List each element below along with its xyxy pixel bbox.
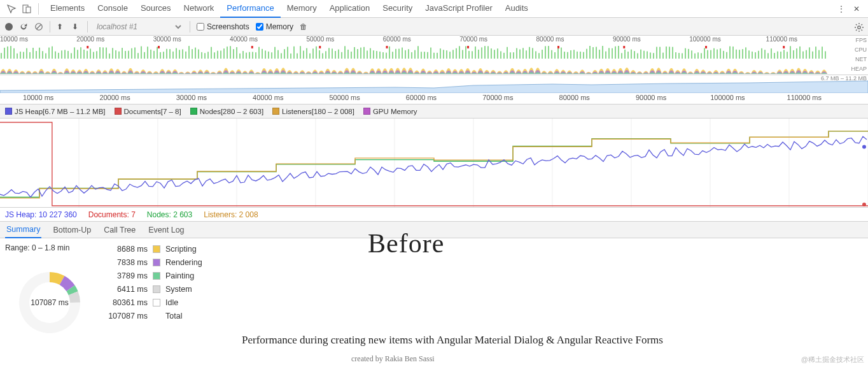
svg-rect-265 [87,46,88,48]
svg-point-4 [858,25,860,28]
performance-toolbar: ⬆ ⬇ localhost #1 Screenshots Memory 🗑 [0,18,868,36]
stat-jsheap: JS Heap: 10 227 360 [5,210,77,219]
tab-audits[interactable]: Audits [499,0,535,18]
svg-rect-267 [251,46,253,48]
reload-icon[interactable] [19,22,28,31]
svg-point-287 [862,203,866,206]
svg-line-3 [37,24,41,29]
breakdown-painting: 3789 msPainting [107,271,202,280]
overview-side-labels: FPS CPU NET HEAP [843,36,868,75]
svg-point-286 [862,145,866,149]
summary-range: Range: 0 – 1.8 min [5,243,94,252]
details-tab-call-tree[interactable]: Call Tree [102,222,137,238]
save-profile-icon[interactable]: ⬇ [72,22,81,31]
svg-rect-273 [705,46,707,48]
summary-donut: 107087 ms [5,256,94,338]
garbage-collect-icon[interactable]: 🗑 [300,22,309,31]
clear-icon[interactable] [34,22,43,31]
tab-javascript-profiler[interactable]: JavaScript Profiler [419,0,498,18]
screenshots-toggle[interactable]: Screenshots [197,22,249,31]
fps-strip [0,45,827,59]
memory-toggle[interactable]: Memory [256,22,293,31]
details-tab-summary[interactable]: Summary [5,222,41,238]
memory-legend: JS Heap[6.7 MB – 11.2 MB] Documents[7 – … [0,104,868,119]
svg-rect-271 [557,46,559,48]
details-tab-event-log[interactable]: Event Log [147,222,185,238]
heap-overview[interactable]: 10000 ms20000 ms30000 ms40000 ms50000 ms… [0,75,868,104]
profile-select[interactable]: localhost #1 [94,22,183,32]
load-profile-icon[interactable]: ⬆ [57,22,66,31]
heap-area [0,75,868,93]
annotation-before: Before [368,228,444,259]
tab-console[interactable]: Console [91,0,134,18]
svg-rect-268 [319,46,321,48]
svg-text:107087 ms: 107087 ms [31,298,68,307]
device-toggle-icon[interactable] [20,3,33,15]
heap-range-label: 6.7 MB – 11.2 MB [821,75,867,82]
stat-documents: Documents: 7 [88,210,136,219]
tab-performance[interactable]: Performance [220,0,280,18]
svg-rect-274 [783,46,785,48]
svg-rect-1 [26,7,31,13]
settings-gear-icon[interactable] [854,22,863,31]
watermark: @稀土掘金技术社区 [801,355,864,364]
tab-application[interactable]: Application [323,0,377,18]
breakdown-idle: 80361 msIdle [107,298,202,307]
devtools-top-tabs: ElementsConsoleSourcesNetworkPerformance… [0,0,868,18]
cpu-strip [0,60,827,74]
memory-checkbox[interactable] [256,23,263,31]
timeline-overview[interactable]: 10000 ms20000 ms30000 ms40000 ms50000 ms… [0,36,868,75]
legend-listeners[interactable]: Listeners[180 – 2 008] [272,108,354,115]
close-icon[interactable]: ✕ [850,3,863,15]
stat-listeners: Listeners: 2 008 [204,210,258,219]
breakdown-system: 6411 msSystem [107,285,202,294]
annotation-title: Performance during creating new items wi… [242,334,663,347]
summary-breakdown: 8688 msScripting7838 msRendering3789 msP… [107,243,202,338]
kebab-menu-icon[interactable]: ⋮ [835,3,848,15]
breakdown-scripting: 8688 msScripting [107,245,202,254]
legend-jsheap[interactable]: JS Heap[6.7 MB – 11.2 MB] [5,108,106,115]
inspect-icon[interactable] [5,3,18,15]
svg-rect-266 [158,46,160,48]
tab-security[interactable]: Security [376,0,419,18]
memory-stats-row: JS Heap: 10 227 360 Documents: 7 Nodes: … [0,208,868,222]
tab-memory[interactable]: Memory [281,0,323,18]
svg-rect-269 [386,46,388,48]
breakdown-total: 107087 msTotal [107,312,202,320]
tab-elements[interactable]: Elements [44,0,91,18]
legend-nodes[interactable]: Nodes[280 – 2 603] [190,108,263,115]
tab-sources[interactable]: Sources [134,0,178,18]
stat-nodes: Nodes: 2 603 [147,210,192,219]
annotation-credit: created by Rakia Ben Sassi [351,354,435,364]
breakdown-rendering: 7838 msRendering [107,258,202,267]
details-tab-bottom-up[interactable]: Bottom-Up [52,222,92,238]
svg-rect-272 [623,46,625,48]
tab-network[interactable]: Network [178,0,221,18]
legend-gpu[interactable]: GPU Memory [363,108,417,115]
legend-documents[interactable]: Documents[7 – 8] [115,108,181,115]
screenshots-checkbox[interactable] [197,23,204,31]
memory-chart[interactable] [0,119,868,208]
record-button[interactable] [5,23,13,31]
svg-rect-270 [467,46,469,48]
